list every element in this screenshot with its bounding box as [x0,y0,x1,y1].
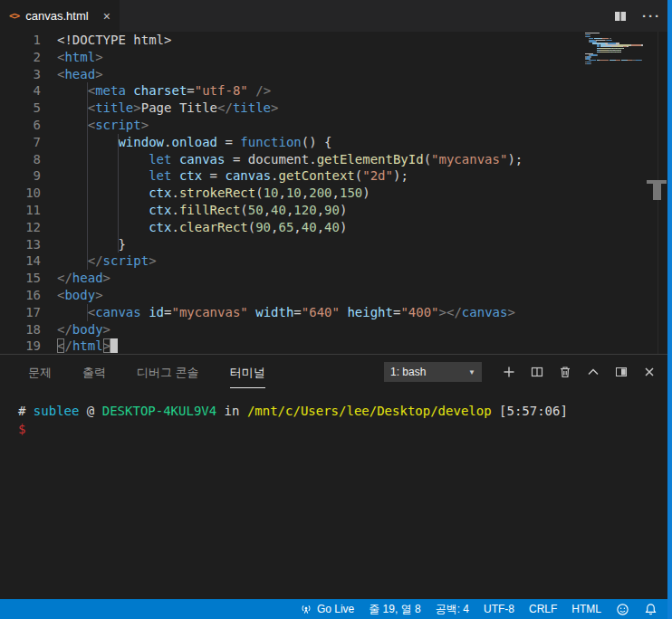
terminal-output[interactable]: # sublee @ DESKTOP-4KUL9V4 in /mnt/c/Use… [0,389,672,438]
code-line[interactable]: 1<!DOCTYPE html> [0,32,672,49]
line-number[interactable]: 15 [0,270,41,287]
code-line[interactable]: 13 } [0,236,672,253]
text-cursor [110,338,118,353]
window-edge-accent [667,0,672,619]
code-line[interactable]: 11 ctx.fillRect(50,40,120,90) [0,202,672,219]
tab-canvas-html[interactable]: <> canvas.html × [0,0,120,32]
code-lines: 1<!DOCTYPE html>2<html>3<head>4 <meta ch… [0,32,672,354]
line-number[interactable]: 4 [0,82,41,100]
vscode-window: <> canvas.html × ··· 1<!DOCTYPE html>2<h… [0,0,672,619]
terminal-line: $ [18,420,672,438]
line-number[interactable]: 6 [0,117,41,134]
line-number[interactable]: 1 [0,32,41,49]
code-line[interactable]: 9 let ctx = canvas.getContext("2d"); [0,167,672,185]
new-terminal-icon[interactable] [494,360,523,384]
line-number[interactable]: 9 [0,167,41,185]
code-line[interactable]: 18</body> [0,321,672,338]
indentation-setting[interactable]: 공백: 4 [428,599,476,619]
editor-actions: ··· [613,0,661,32]
code-line[interactable]: 2<html> [0,49,672,66]
code-line[interactable]: 4 <meta charset="utf-8" /> [0,82,672,100]
code-line[interactable]: 5 <title>Page Title</title> [0,100,672,117]
dropdown-arrow-icon: ▼ [468,368,475,376]
code-line[interactable]: 15</head> [0,270,672,287]
tab-problems[interactable]: 문제 [13,355,67,389]
line-number[interactable]: 5 [0,100,41,117]
terminal-line: # sublee @ DESKTOP-4KUL9V4 in /mnt/c/Use… [18,402,672,420]
line-number[interactable]: 7 [0,134,41,151]
html-file-icon: <> [9,10,19,22]
indent-guide [118,134,119,253]
code-line[interactable]: 17 <canvas id="mycanvas" width="640" hei… [0,304,672,321]
code-editor[interactable]: 1<!DOCTYPE html>2<html>3<head>4 <meta ch… [0,32,672,354]
line-number[interactable]: 13 [0,236,41,253]
code-line[interactable]: 19</html> [0,338,672,354]
line-number[interactable]: 19 [0,338,41,354]
code-line[interactable]: 10 ctx.strokeRect(10,10,200,150) [0,185,672,202]
code-line[interactable]: 14 </script> [0,252,672,270]
code-line[interactable]: 7 window.onload = function() { [0,134,672,151]
kill-terminal-icon[interactable] [551,360,579,384]
code-line[interactable]: 16<body> [0,287,672,304]
split-editor-icon[interactable] [613,9,628,24]
eol-setting[interactable]: CRLF [522,599,564,619]
line-number[interactable]: 3 [0,66,41,83]
tab-debug-console[interactable]: 디버그 콘솔 [121,355,215,389]
maximize-panel-icon[interactable] [579,360,607,384]
minimap[interactable] [585,33,661,65]
line-number[interactable]: 10 [0,185,41,202]
tab-bar: <> canvas.html × ··· [0,0,672,32]
terminal-select[interactable]: 1: bash ▼ [384,362,482,382]
line-number[interactable]: 8 [0,151,41,168]
tab-output[interactable]: 출력 [67,355,121,389]
line-number[interactable]: 12 [0,219,41,236]
terminal-toolbar: 1: bash ▼ [384,360,672,384]
line-number[interactable]: 16 [0,287,41,304]
scrollbar-handle[interactable] [653,184,661,200]
code-line[interactable]: 6 <script> [0,117,672,134]
line-number[interactable]: 2 [0,49,41,66]
tab-label: canvas.html [25,9,88,23]
panel-header: 문제 출력 디버그 콘솔 터미널 1: bash ▼ [0,355,672,389]
status-bar: Go Live 줄 19, 열 8 공백: 4 UTF-8 CRLF HTML [0,599,672,619]
panel-layout-icon[interactable] [607,360,635,384]
panel-tabs: 문제 출력 디버그 콘솔 터미널 [13,355,281,389]
close-tab-icon[interactable]: × [103,10,110,23]
line-number[interactable]: 18 [0,321,41,338]
close-panel-icon[interactable] [635,360,663,384]
indent-guide [87,304,88,321]
line-number[interactable]: 17 [0,304,41,321]
code-line[interactable]: 8 let canvas = document.getElementById("… [0,151,672,168]
language-mode[interactable]: HTML [564,599,609,619]
split-terminal-icon[interactable] [523,360,551,384]
feedback-smiley-icon[interactable] [609,599,637,619]
tab-terminal[interactable]: 터미널 [215,355,281,389]
notifications-bell-icon[interactable] [637,599,665,619]
bottom-panel: 문제 출력 디버그 콘솔 터미널 1: bash ▼ [0,354,672,599]
encoding-setting[interactable]: UTF-8 [476,599,522,619]
code-line[interactable]: 12 ctx.clearRect(90,65,40,40) [0,219,672,236]
code-line[interactable]: 3<head> [0,66,672,83]
go-live-button[interactable]: Go Live [293,599,361,619]
go-live-icon [300,603,312,615]
more-actions-icon[interactable]: ··· [642,8,661,24]
line-number[interactable]: 11 [0,202,41,219]
cursor-position[interactable]: 줄 19, 열 8 [361,599,427,619]
line-number[interactable]: 14 [0,252,41,270]
indent-guide [87,82,88,270]
